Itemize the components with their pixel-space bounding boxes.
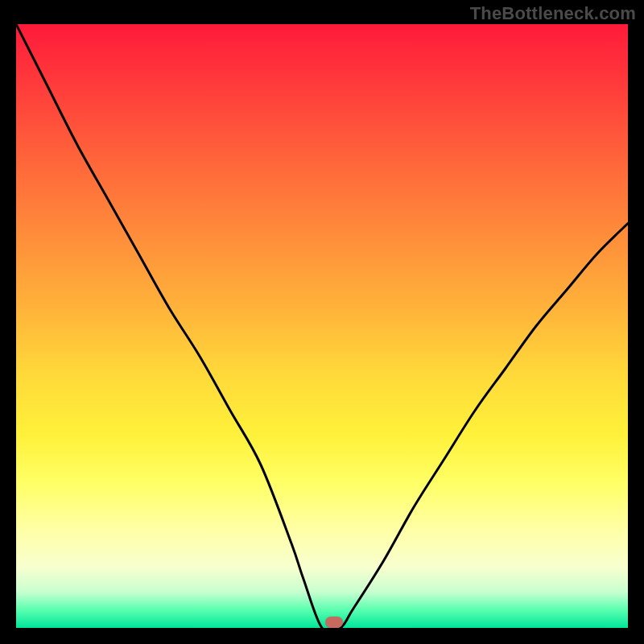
watermark-text: TheBottleneck.com xyxy=(470,3,636,24)
curve-svg xyxy=(16,24,628,628)
chart-frame: TheBottleneck.com xyxy=(0,0,644,644)
plot-area xyxy=(16,24,628,628)
optimal-point-marker xyxy=(325,617,343,628)
bottleneck-curve xyxy=(16,24,628,628)
